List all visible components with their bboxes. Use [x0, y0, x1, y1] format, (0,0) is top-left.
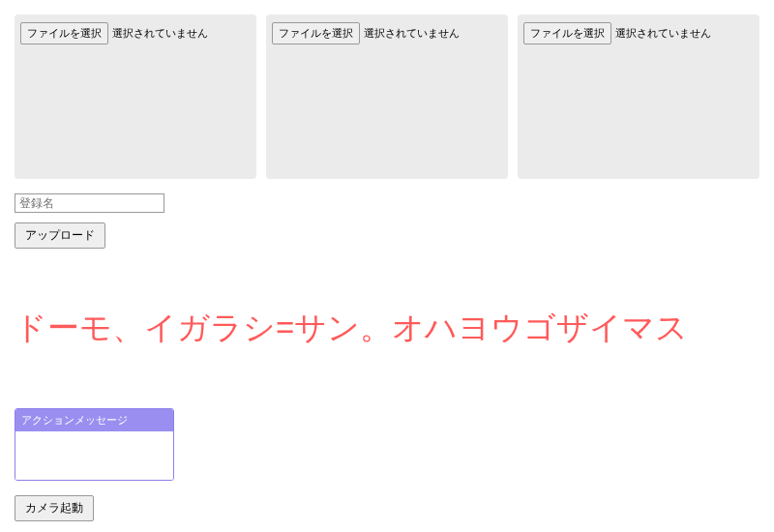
greeting-text: ドーモ、イガラシ=サン。オハヨウゴザイマス: [15, 307, 759, 350]
file-status-2: 選択されていません: [364, 26, 460, 41]
action-message-header: アクションメッセージ: [15, 409, 173, 431]
choose-file-button-3[interactable]: ファイルを選択: [523, 22, 611, 44]
file-input-3[interactable]: ファイルを選択 選択されていません: [523, 22, 711, 44]
register-name-input[interactable]: [15, 193, 164, 213]
upload-box-3: ファイルを選択 選択されていません: [518, 15, 759, 179]
action-message-box: アクションメッセージ: [15, 408, 174, 481]
file-input-2[interactable]: ファイルを選択 選択されていません: [272, 22, 460, 44]
upload-row: ファイルを選択 選択されていません ファイルを選択 選択されていません ファイル…: [15, 15, 759, 179]
choose-file-button-1[interactable]: ファイルを選択: [20, 22, 108, 44]
file-status-1: 選択されていません: [112, 26, 208, 41]
upload-box-2: ファイルを選択 選択されていません: [266, 15, 508, 179]
camera-start-button[interactable]: カメラ起動: [15, 495, 94, 521]
file-status-3: 選択されていません: [615, 26, 711, 41]
choose-file-button-2[interactable]: ファイルを選択: [272, 22, 360, 44]
action-message-body: [15, 431, 173, 480]
upload-button[interactable]: アップロード: [15, 222, 105, 249]
upload-box-1: ファイルを選択 選択されていません: [15, 15, 256, 179]
file-input-1[interactable]: ファイルを選択 選択されていません: [20, 22, 208, 44]
